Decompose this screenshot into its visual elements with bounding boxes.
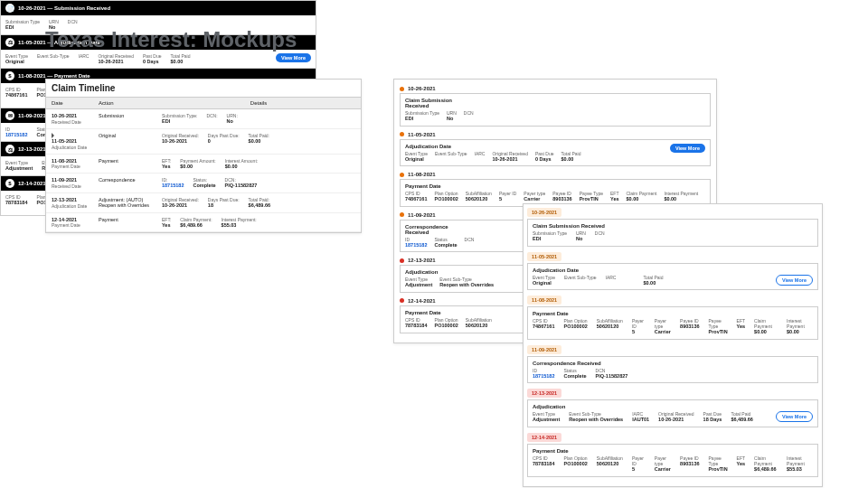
date-pill: 11-08-2021 (527, 296, 561, 305)
panel-title: Claim Timeline (46, 80, 361, 97)
kv-value: EDI (162, 118, 197, 125)
view-more-button[interactable]: View More (670, 144, 705, 153)
kv-value: Complete (563, 373, 586, 380)
kv-value: PO100002 (563, 324, 587, 330)
timeline-item: 12-13-2021 AdjudicationEvent TypeAdjustm… (527, 389, 818, 427)
timeline-date: 11-08-2021 (408, 172, 436, 177)
timeline-date: 12-14-2021 (408, 298, 436, 304)
kv-value: Yes (737, 324, 745, 330)
kv-value: 10-26-2021 (162, 138, 199, 145)
kv-value: $0.00 (787, 329, 813, 335)
kv-label: Payer ID (632, 318, 646, 329)
timeline-date: 12-13-2021 (408, 258, 436, 263)
kv-label: Payer type (655, 455, 671, 466)
kv-label: DCN (464, 110, 474, 116)
card-icon: ⚖ (5, 145, 14, 154)
panel-pill-timeline: 10-26-2021 Claim Submission ReceivedSubm… (523, 203, 823, 487)
kv-value[interactable]: 18715182 (405, 242, 427, 249)
status-dot-icon (400, 87, 404, 91)
view-more-button[interactable]: View More (276, 53, 311, 62)
timeline-date: 10-26-2021 (408, 86, 436, 91)
kv-value[interactable]: 18715182 (533, 373, 554, 380)
kv-value: Yes (162, 164, 171, 170)
timeline-item: 11-08-2021 Payment DateCPS ID74867161Pla… (400, 172, 711, 207)
kv-value: 78783184 (405, 323, 427, 329)
kv-value: Adjustment (533, 417, 560, 423)
kv-value: $55.03 (222, 222, 257, 229)
kv-value: $0.00 (754, 329, 778, 335)
kv-value: $0.00 (643, 280, 663, 286)
kv-value: 10-26-2021 (162, 202, 199, 209)
date-pill: 10-26-2021 (527, 208, 561, 217)
card-title: Adjudication Date (533, 267, 813, 273)
date-pill: 11-09-2021 (527, 345, 561, 354)
table-row: 11-05-2021Adjudication Date Original Ori… (46, 129, 361, 155)
th-date: Date (46, 98, 93, 108)
timeline-item: 11-09-2021 Correspondence ReceivedID1871… (527, 345, 818, 384)
card-icon: 📄 (5, 4, 14, 13)
date-pill: 12-14-2021 (527, 433, 561, 442)
kv-value: $6,489.66 (754, 466, 778, 473)
card-title: Payment Date (405, 183, 463, 189)
kv-value: Carrier (655, 466, 671, 473)
kv-value: $0.00 (180, 164, 215, 170)
kv-value: Yes (737, 461, 745, 467)
kv-value: EDI (5, 24, 40, 31)
card-title: Payment Date (405, 310, 463, 315)
card-title: Correspondence Received (533, 361, 813, 366)
card-title: Claim Submission Received (533, 223, 813, 229)
kv-value: Yes (610, 196, 618, 202)
kv-value: PO100002 (434, 196, 458, 202)
kv-value: 0 Days (535, 156, 554, 163)
kv-value: 8903136 (680, 324, 699, 330)
kv-value: $0.00 (664, 196, 698, 202)
kv-value: 74867161 (5, 92, 27, 99)
status-dot-icon (400, 212, 404, 217)
kv-label: Interest Payment (787, 455, 813, 466)
card-title: Payment Date (533, 448, 813, 454)
kv-label: DCN (68, 19, 78, 24)
timeline-date: 11-05-2021 (408, 132, 436, 137)
kv-value: EDI (533, 236, 567, 242)
kv-value: $0.00 (249, 138, 269, 145)
th-details: Details (156, 98, 361, 108)
kv-value: Complete (193, 183, 215, 189)
kv-value: 74867161 (405, 196, 427, 202)
kv-value: Reopen with Overrides (569, 417, 623, 423)
table-row: 11-09-2021Received Date Correspondence I… (46, 174, 361, 193)
kv-value: ProvTIN (709, 466, 728, 473)
page-title: Texas Interest: Mockups (45, 27, 297, 52)
view-more-button[interactable]: View More (776, 411, 813, 422)
status-dot-icon (400, 173, 404, 177)
kv-value: No (227, 118, 238, 125)
kv-label: IARC (79, 53, 90, 59)
kv-label: IARC (475, 151, 486, 156)
kv-value: 74867161 (533, 324, 554, 330)
kv-value: 5 (499, 196, 516, 202)
card-title: Claim Submission Received (405, 98, 463, 108)
kv-value: 78783184 (533, 461, 554, 467)
kv-value: PIQ-11582827 (225, 183, 258, 189)
kv-label: Payee Type (709, 455, 728, 466)
kv-value: $0.00 (171, 59, 191, 65)
kv-value[interactable]: 18715182 (5, 132, 27, 138)
card-title: Adjudication Date (405, 144, 463, 149)
kv-value: PIQ-11582827 (596, 373, 628, 380)
status-dot-icon (400, 132, 404, 136)
view-more-button[interactable]: View More (776, 275, 813, 286)
kv-value: 0 Days (143, 59, 162, 65)
kv-value: 18 Days (703, 417, 722, 423)
kv-value[interactable]: 18715182 (162, 183, 184, 189)
card-header: 📄10-26-2021 — Submission Received (1, 1, 316, 15)
kv-value: $0.00 (561, 156, 581, 163)
date-pill: 12-13-2021 (527, 389, 561, 398)
kv-value: Yes (162, 222, 171, 229)
timeline-date: 11-09-2021 (408, 212, 436, 218)
kv-value: 18 (208, 202, 240, 209)
kv-value: IAUT01 (632, 417, 649, 423)
kv-value: No (576, 236, 586, 242)
kv-label: DCN: (206, 113, 217, 118)
kv-value: Original (405, 156, 428, 163)
kv-value: 50620120 (597, 461, 623, 467)
kv-value: 50620120 (466, 196, 492, 202)
